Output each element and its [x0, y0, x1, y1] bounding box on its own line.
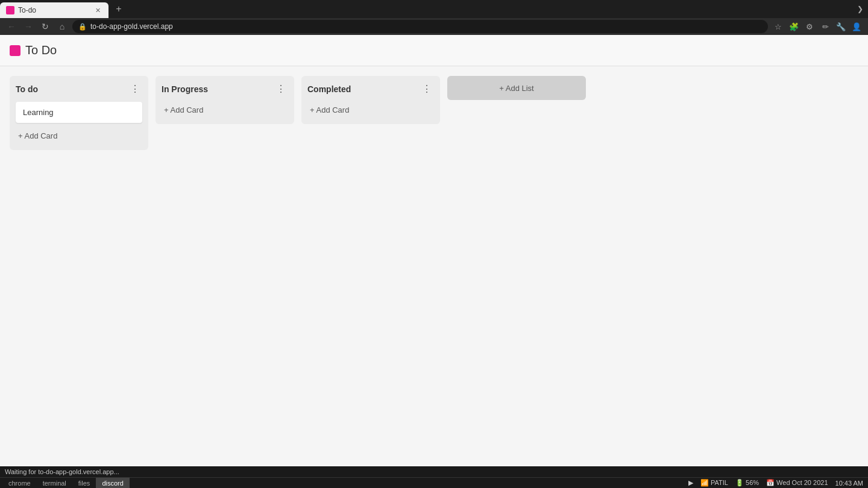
lock-icon: 🔒	[78, 23, 87, 31]
tab-title: To-do	[18, 6, 89, 14]
tab-favicon	[6, 6, 14, 14]
address-bar[interactable]: 🔒 to-do-app-gold.vercel.app	[72, 20, 768, 33]
taskbar-chrome[interactable]: chrome	[2, 478, 37, 489]
taskbar-apps: chrome terminal files discord	[0, 478, 132, 489]
taskbar-system: ▶ 📶 PATIL 🔋 56% 📅 Wed Oct 20 2021 10:43 …	[684, 479, 868, 487]
list-todo-title: To do	[16, 84, 38, 94]
list-todo: To do ⋮ Learning + Add Card	[10, 76, 148, 150]
status-bar: Waiting for to-do-app-gold.vercel.app...	[0, 466, 868, 477]
puzzle-icon[interactable]: 🔧	[834, 20, 848, 33]
list-todo-menu-button[interactable]: ⋮	[128, 82, 142, 96]
browser-chrome: To-do ✕ + ❯ ← → ↻ ⌂ 🔒 to-do-app-gold.ver…	[0, 0, 868, 35]
list-completed-header: Completed ⋮	[307, 82, 434, 96]
todo-add-card-button[interactable]: + Add Card	[16, 128, 142, 144]
list-inprogress-header: In Progress ⋮	[162, 82, 288, 96]
new-tab-button[interactable]: +	[111, 1, 127, 17]
home-button[interactable]: ⌂	[55, 20, 69, 33]
calendar-icon: 📅 Wed Oct 20 2021	[766, 479, 828, 487]
tab-chevron-icon[interactable]: ❯	[857, 5, 863, 13]
list-inprogress: In Progress ⋮ + Add Card	[156, 76, 294, 124]
list-completed: Completed ⋮ + Add Card	[301, 76, 440, 124]
browser-tabs: To-do ✕ + ❯	[0, 0, 868, 18]
taskbar-discord[interactable]: discord	[96, 478, 129, 489]
settings-icon[interactable]: ⚙	[803, 20, 816, 33]
card-learning[interactable]: Learning	[16, 102, 142, 123]
list-completed-menu-button[interactable]: ⋮	[420, 82, 434, 96]
forward-button[interactable]: →	[22, 20, 35, 33]
completed-add-card-button[interactable]: + Add Card	[307, 102, 434, 118]
profile-icon[interactable]: 👤	[850, 20, 863, 33]
clock: 10:43 AM	[835, 480, 863, 487]
reload-button[interactable]: ↻	[39, 20, 52, 33]
list-completed-title: Completed	[307, 84, 351, 94]
play-icon: ▶	[688, 479, 693, 487]
board: To do ⋮ Learning + Add Card In Progress …	[0, 66, 868, 466]
extension-icon[interactable]: 🧩	[787, 20, 800, 33]
back-button[interactable]: ←	[5, 20, 18, 33]
wifi-indicator: 📶 PATIL	[700, 479, 728, 487]
list-todo-header: To do ⋮	[16, 82, 142, 96]
taskbar: chrome terminal files discord ▶ 📶 PATIL …	[0, 477, 868, 488]
app-logo: To Do	[10, 43, 57, 57]
battery-indicator: 🔋 56%	[735, 479, 759, 487]
status-message: Waiting for to-do-app-gold.vercel.app...	[5, 468, 119, 475]
star-icon[interactable]: ☆	[772, 20, 785, 33]
taskbar-files[interactable]: files	[72, 478, 96, 489]
tab-close-button[interactable]: ✕	[93, 5, 102, 15]
bottom-bar: Waiting for to-do-app-gold.vercel.app...…	[0, 466, 868, 488]
app-logo-icon	[10, 45, 20, 56]
browser-toolbar: ← → ↻ ⌂ 🔒 to-do-app-gold.vercel.app ☆ 🧩 …	[0, 18, 868, 35]
add-list-button[interactable]: + Add List	[447, 76, 586, 100]
app-title: To Do	[25, 43, 57, 57]
taskbar-terminal[interactable]: terminal	[37, 478, 72, 489]
toolbar-icons: ☆ 🧩 ⚙ ✏ 🔧 👤	[772, 20, 863, 33]
url-text: to-do-app-gold.vercel.app	[90, 22, 173, 31]
list-inprogress-menu-button[interactable]: ⋮	[274, 82, 288, 96]
pen-icon[interactable]: ✏	[819, 20, 832, 33]
app-header: To Do	[0, 35, 868, 66]
inprogress-add-card-button[interactable]: + Add Card	[162, 102, 288, 118]
browser-tab-active[interactable]: To-do ✕	[0, 2, 108, 18]
list-inprogress-title: In Progress	[162, 84, 208, 94]
